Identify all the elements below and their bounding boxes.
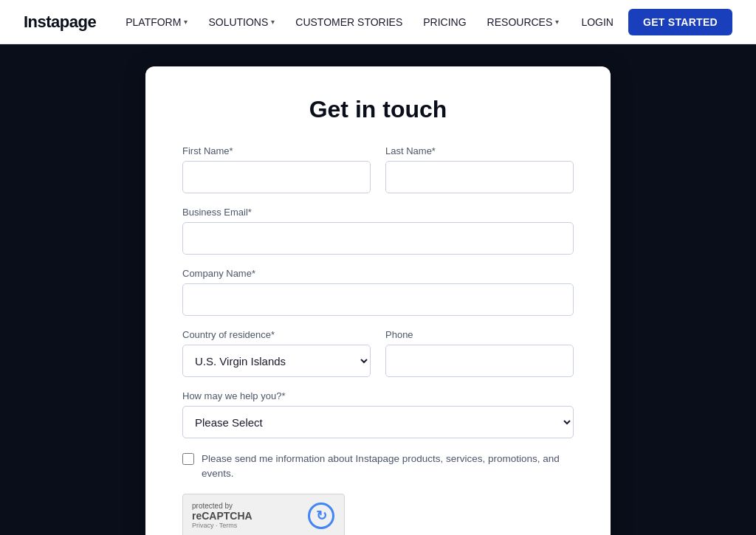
last-name-label: Last Name* bbox=[385, 145, 574, 156]
email-group: Business Email* bbox=[182, 207, 574, 255]
first-name-group: First Name* bbox=[182, 145, 371, 193]
contact-form-card: Get in touch First Name* Last Name* Busi… bbox=[145, 66, 611, 535]
chevron-down-icon: ▾ bbox=[184, 18, 188, 26]
newsletter-checkbox[interactable] bbox=[182, 453, 194, 465]
recaptcha-logo: ↻ bbox=[307, 502, 335, 530]
help-group: How may we help you?* Please Select bbox=[182, 390, 574, 438]
recaptcha-arrow-icon: ↻ bbox=[308, 503, 334, 529]
nav-links: PLATFORM ▾ SOLUTIONS ▾ CUSTOMER STORIES … bbox=[126, 16, 581, 28]
nav-item-solutions[interactable]: SOLUTIONS ▾ bbox=[208, 16, 275, 28]
phone-group: Phone bbox=[385, 329, 574, 377]
company-label: Company Name* bbox=[182, 268, 574, 279]
get-started-button[interactable]: GET STARTED bbox=[628, 9, 732, 35]
phone-label: Phone bbox=[385, 329, 574, 340]
nav-item-platform[interactable]: PLATFORM ▾ bbox=[126, 16, 188, 28]
last-name-group: Last Name* bbox=[385, 145, 574, 193]
phone-input[interactable] bbox=[385, 345, 574, 377]
help-select[interactable]: Please Select bbox=[182, 406, 574, 438]
help-row: How may we help you?* Please Select bbox=[182, 390, 574, 438]
nav-item-resources[interactable]: RESOURCES ▾ bbox=[487, 16, 560, 28]
nav-item-pricing[interactable]: PRICING bbox=[423, 16, 466, 28]
navbar: Instapage PLATFORM ▾ SOLUTIONS ▾ CUSTOME… bbox=[0, 0, 756, 44]
help-label: How may we help you?* bbox=[182, 390, 574, 401]
nav-right: LOGIN GET STARTED bbox=[581, 9, 732, 35]
country-group: Country of residence* U.S. Virgin Island… bbox=[182, 329, 371, 377]
recaptcha-brand-text: reCAPTCHA bbox=[192, 510, 298, 522]
last-name-input[interactable] bbox=[385, 161, 574, 193]
first-name-input[interactable] bbox=[182, 161, 371, 193]
email-label: Business Email* bbox=[182, 207, 574, 218]
recaptcha-links-text: Privacy · Terms bbox=[192, 522, 298, 529]
recaptcha-protected-text: protected by bbox=[192, 502, 298, 510]
chevron-down-icon: ▾ bbox=[271, 18, 275, 26]
country-select[interactable]: U.S. Virgin Islands bbox=[182, 345, 371, 377]
first-name-label: First Name* bbox=[182, 145, 371, 156]
company-group: Company Name* bbox=[182, 268, 574, 316]
nav-item-customer-stories[interactable]: CUSTOMER STORIES bbox=[295, 16, 402, 28]
login-link[interactable]: LOGIN bbox=[581, 16, 614, 28]
email-row: Business Email* bbox=[182, 207, 574, 255]
name-row: First Name* Last Name* bbox=[182, 145, 574, 193]
country-phone-row: Country of residence* U.S. Virgin Island… bbox=[182, 329, 574, 377]
chevron-down-icon: ▾ bbox=[555, 18, 559, 26]
company-row: Company Name* bbox=[182, 268, 574, 316]
form-title: Get in touch bbox=[182, 96, 574, 123]
main-content: Get in touch First Name* Last Name* Busi… bbox=[0, 44, 756, 535]
newsletter-checkbox-row: Please send me information about Instapa… bbox=[182, 452, 574, 482]
email-input[interactable] bbox=[182, 222, 574, 255]
country-label: Country of residence* bbox=[182, 329, 371, 340]
recaptcha-widget[interactable]: protected by reCAPTCHA Privacy · Terms ↻ bbox=[182, 494, 345, 536]
newsletter-label: Please send me information about Instapa… bbox=[202, 452, 574, 482]
logo: Instapage bbox=[24, 13, 96, 32]
recaptcha-text: protected by reCAPTCHA Privacy · Terms bbox=[192, 502, 298, 529]
company-input[interactable] bbox=[182, 283, 574, 316]
